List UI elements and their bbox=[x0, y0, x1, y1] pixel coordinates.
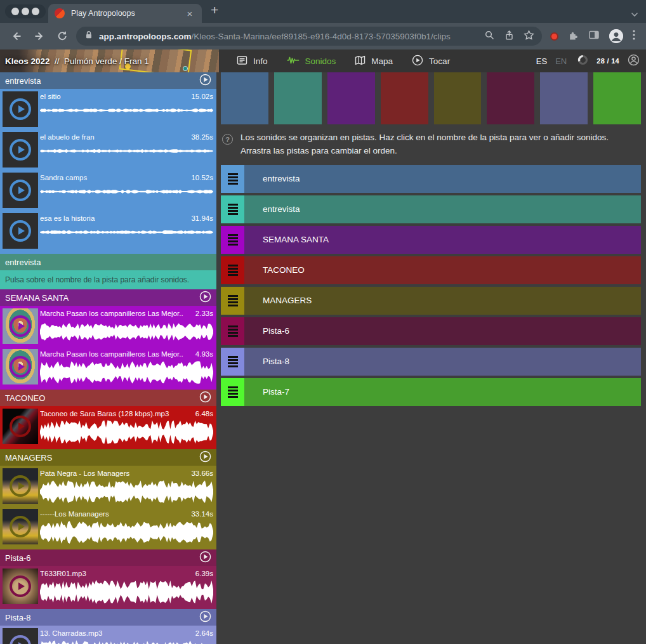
track-row[interactable]: MANAGERS bbox=[221, 287, 641, 315]
clip-item[interactable]: Pata Negra - Los Managers33.66s bbox=[0, 466, 216, 506]
clip-waveform[interactable] bbox=[40, 106, 213, 115]
track-row-body[interactable]: entrevista bbox=[244, 195, 641, 223]
track-section-header[interactable]: TACONEO bbox=[0, 390, 216, 406]
tab-close-icon[interactable]: × bbox=[184, 8, 195, 19]
clip-play-icon[interactable] bbox=[10, 635, 31, 644]
track-play-button[interactable] bbox=[199, 551, 211, 565]
clip-waveform[interactable] bbox=[40, 640, 213, 644]
clip-item[interactable]: Marcha Pasan los campanilleros Las Mejor… bbox=[0, 346, 216, 387]
clip-waveform[interactable] bbox=[40, 520, 213, 544]
clip-play-icon[interactable] bbox=[10, 575, 31, 597]
window-controls[interactable] bbox=[5, 4, 46, 18]
search-icon[interactable] bbox=[484, 30, 495, 43]
clip-item[interactable]: Marcha Pasan los campanilleros Las Mejor… bbox=[0, 306, 216, 346]
clip-item[interactable]: T633R01.mp36.39s bbox=[0, 566, 216, 607]
clip-waveform[interactable] bbox=[40, 360, 213, 384]
bookmark-star-icon[interactable] bbox=[524, 30, 534, 43]
track-row-body[interactable]: entrevista bbox=[244, 165, 641, 193]
track-row[interactable]: SEMANA SANTA bbox=[221, 226, 641, 254]
track-section-header[interactable]: Pista-6 bbox=[0, 549, 216, 566]
track-drag-handle[interactable] bbox=[221, 226, 244, 254]
clip-item[interactable]: esa es la historia31.94s bbox=[0, 211, 216, 251]
profile-avatar[interactable] bbox=[609, 29, 623, 43]
track-section-header[interactable]: SEMANA SANTA bbox=[0, 289, 216, 306]
track-play-button[interactable] bbox=[199, 74, 211, 88]
track-drag-handle[interactable] bbox=[221, 256, 244, 284]
nav-item-tocar[interactable]: Tocar bbox=[412, 55, 450, 68]
account-icon[interactable] bbox=[628, 54, 640, 69]
clip-waveform[interactable] bbox=[40, 580, 213, 604]
browser-menu-kebab-icon[interactable] bbox=[633, 30, 635, 43]
clip-item[interactable]: 13. Charradas.mp32.64s bbox=[0, 626, 216, 644]
clip-item[interactable]: el abuelo de fran38.25s bbox=[0, 129, 216, 170]
clip-waveform[interactable] bbox=[40, 187, 213, 196]
track-row-body[interactable]: TACONEO bbox=[244, 256, 641, 284]
language-en-button[interactable]: EN bbox=[555, 56, 567, 66]
track-row[interactable]: Pista-8 bbox=[221, 348, 641, 376]
clip-item[interactable]: Sandra camps10.52s bbox=[0, 170, 216, 211]
track-play-button[interactable] bbox=[199, 391, 211, 405]
track-row[interactable]: entrevista bbox=[221, 195, 641, 223]
clip-play-icon[interactable] bbox=[10, 416, 31, 437]
recording-extension-icon[interactable] bbox=[550, 32, 558, 41]
clip-waveform[interactable] bbox=[40, 147, 213, 155]
minimize-window-button[interactable] bbox=[22, 8, 29, 15]
track-play-button[interactable] bbox=[199, 291, 211, 305]
track-drag-handle[interactable] bbox=[221, 378, 244, 406]
clip-item[interactable]: Taconeo de Sara Baras (128 kbps).mp36.48… bbox=[0, 406, 216, 447]
track-drag-handle[interactable] bbox=[221, 287, 244, 315]
track-drag-handle[interactable] bbox=[221, 165, 244, 193]
track-row[interactable]: entrevista bbox=[221, 165, 641, 193]
close-window-button[interactable] bbox=[11, 8, 19, 15]
track-section-header[interactable]: entrevista bbox=[0, 72, 216, 89]
back-button[interactable] bbox=[8, 27, 25, 45]
project-banner[interactable]: Kleos 2022 // Pulmón verde / Fran 1 bbox=[0, 49, 219, 72]
clip-item[interactable]: el sitio15.02s bbox=[0, 89, 216, 129]
clip-waveform[interactable] bbox=[40, 420, 213, 444]
address-bar[interactable]: app.antropoloops.com/Kleos-Santa-Marina/… bbox=[76, 27, 542, 46]
track-row-body[interactable]: SEMANA SANTA bbox=[244, 226, 641, 254]
track-section-header[interactable]: entrevista bbox=[0, 254, 216, 270]
clip-play-icon[interactable] bbox=[10, 139, 31, 161]
clip-waveform[interactable] bbox=[40, 480, 213, 504]
track-drag-handle[interactable] bbox=[221, 317, 244, 345]
tab-search-chevron-icon[interactable] bbox=[631, 8, 638, 20]
track-row[interactable]: Pista-6 bbox=[221, 317, 641, 345]
reload-button[interactable] bbox=[53, 27, 71, 45]
track-row-body[interactable]: Pista-7 bbox=[244, 378, 641, 406]
clip-waveform[interactable] bbox=[40, 320, 213, 344]
clip-item[interactable]: ------Los Mananagers33.14s bbox=[0, 506, 216, 547]
track-drag-handle[interactable] bbox=[221, 348, 244, 376]
track-row-body[interactable]: Pista-8 bbox=[244, 348, 641, 376]
clip-play-icon[interactable] bbox=[10, 516, 31, 537]
extensions-puzzle-icon[interactable] bbox=[568, 30, 579, 43]
clip-play-icon[interactable] bbox=[10, 98, 31, 120]
track-row[interactable]: TACONEO bbox=[221, 256, 641, 284]
lock-icon[interactable] bbox=[84, 30, 94, 43]
track-row-body[interactable]: MANAGERS bbox=[244, 287, 641, 315]
clip-play-icon[interactable] bbox=[10, 356, 31, 378]
track-section-header[interactable]: Pista-8 bbox=[0, 609, 216, 626]
url-text[interactable]: app.antropoloops.com/Kleos-Santa-Marina/… bbox=[99, 32, 479, 41]
forward-button[interactable] bbox=[30, 27, 48, 45]
clip-play-icon[interactable] bbox=[10, 475, 31, 497]
track-row-body[interactable]: Pista-6 bbox=[244, 317, 641, 345]
track-play-button[interactable] bbox=[199, 450, 211, 464]
track-drag-handle[interactable] bbox=[221, 195, 244, 223]
track-section-header[interactable]: MANAGERS bbox=[0, 449, 216, 466]
clip-play-icon[interactable] bbox=[10, 315, 31, 337]
share-icon[interactable] bbox=[504, 30, 515, 43]
nav-item-info[interactable]: Info bbox=[237, 55, 268, 67]
side-panel-icon[interactable] bbox=[588, 30, 600, 43]
track-row[interactable]: Pista-7 bbox=[221, 378, 641, 406]
language-es-button[interactable]: ES bbox=[536, 56, 547, 66]
clip-play-icon[interactable] bbox=[10, 220, 31, 242]
zoom-window-button[interactable] bbox=[32, 8, 39, 15]
nav-item-sonidos[interactable]: Sonidos bbox=[287, 55, 336, 67]
clip-play-icon[interactable] bbox=[10, 180, 31, 201]
new-tab-button[interactable]: + bbox=[211, 3, 218, 18]
nav-item-mapa[interactable]: Mapa bbox=[355, 55, 393, 67]
track-play-button[interactable] bbox=[199, 610, 211, 624]
browser-tab[interactable]: Play Antropoloops × bbox=[48, 4, 202, 23]
clip-waveform[interactable] bbox=[40, 228, 213, 237]
